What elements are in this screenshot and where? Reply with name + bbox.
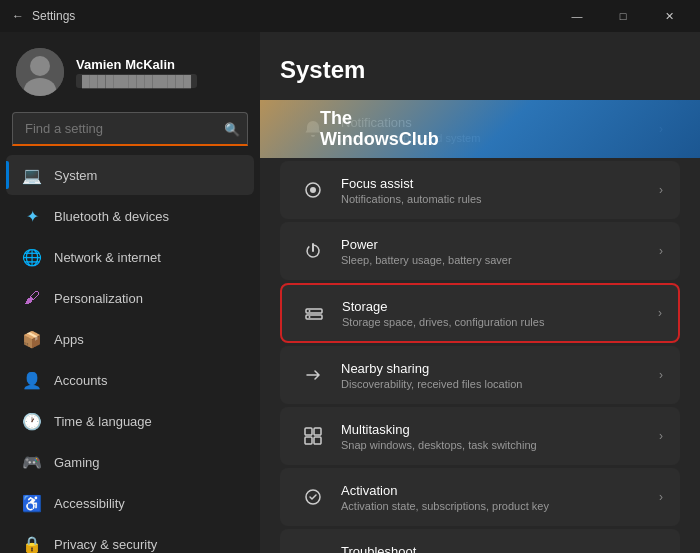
settings-row-power[interactable]: PowerSleep, battery usage, battery saver… (280, 222, 680, 280)
settings-row-focus-assist[interactable]: Focus assistNotifications, automatic rul… (280, 161, 680, 219)
content-area: System The WindowsClub NotificationsAler… (260, 32, 700, 553)
multitasking-text: MultitaskingSnap windows, desktops, task… (341, 422, 659, 451)
maximize-button[interactable]: □ (600, 0, 646, 32)
user-profile[interactable]: Vamien McKalin ██████████████ (0, 32, 260, 108)
title-bar-title: Settings (32, 9, 75, 23)
network-icon: 🌐 (22, 247, 42, 267)
settings-list: NotificationsAlerts from apps and system… (280, 100, 680, 553)
troubleshoot-icon (297, 542, 329, 553)
svg-rect-12 (314, 437, 321, 444)
search-box[interactable]: 🔍 (12, 112, 248, 146)
troubleshoot-title: Troubleshoot (341, 544, 659, 554)
minimize-button[interactable]: — (554, 0, 600, 32)
sidebar-item-label-accounts: Accounts (54, 373, 107, 388)
sidebar-item-system[interactable]: 💻System (6, 155, 254, 195)
sidebar-item-time[interactable]: 🕐Time & language (6, 401, 254, 441)
sidebar-item-label-system: System (54, 168, 97, 183)
activation-chevron-icon: › (659, 490, 663, 504)
svg-point-4 (310, 187, 316, 193)
settings-row-multitasking[interactable]: MultitaskingSnap windows, desktops, task… (280, 407, 680, 465)
user-info: Vamien McKalin ██████████████ (76, 57, 197, 88)
search-input[interactable] (12, 112, 248, 146)
accessibility-icon: ♿ (22, 493, 42, 513)
notifications-icon (297, 113, 329, 145)
settings-row-activation[interactable]: ActivationActivation state, subscription… (280, 468, 680, 526)
close-button[interactable]: ✕ (646, 0, 692, 32)
nearby-sharing-title: Nearby sharing (341, 361, 659, 376)
avatar (16, 48, 64, 96)
settings-row-notifications[interactable]: NotificationsAlerts from apps and system… (280, 100, 680, 158)
notifications-subtitle: Alerts from apps and system (341, 132, 659, 144)
nearby-sharing-text: Nearby sharingDiscoverability, received … (341, 361, 659, 390)
nearby-sharing-chevron-icon: › (659, 368, 663, 382)
storage-text: StorageStorage space, drives, configurat… (342, 299, 658, 328)
personalization-icon: 🖌 (22, 288, 42, 308)
sidebar-item-privacy[interactable]: 🔒Privacy & security (6, 524, 254, 553)
storage-subtitle: Storage space, drives, configuration rul… (342, 316, 658, 328)
activation-title: Activation (341, 483, 659, 498)
sidebar-item-label-time: Time & language (54, 414, 152, 429)
system-icon: 💻 (22, 165, 42, 185)
sidebar-item-accessibility[interactable]: ♿Accessibility (6, 483, 254, 523)
storage-title: Storage (342, 299, 658, 314)
power-text: PowerSleep, battery usage, battery saver (341, 237, 659, 266)
activation-text: ActivationActivation state, subscription… (341, 483, 659, 512)
sidebar-item-bluetooth[interactable]: ✦Bluetooth & devices (6, 196, 254, 236)
apps-icon: 📦 (22, 329, 42, 349)
sidebar-item-label-accessibility: Accessibility (54, 496, 125, 511)
multitasking-chevron-icon: › (659, 429, 663, 443)
title-bar-left: ← Settings (12, 9, 75, 23)
svg-rect-5 (306, 309, 322, 313)
svg-point-8 (309, 316, 311, 318)
storage-chevron-icon: › (658, 306, 662, 320)
sidebar-item-label-privacy: Privacy & security (54, 537, 157, 552)
sidebar-item-gaming[interactable]: 🎮Gaming (6, 442, 254, 482)
power-icon (297, 235, 329, 267)
multitasking-title: Multitasking (341, 422, 659, 437)
notifications-chevron-icon: › (659, 122, 663, 136)
focus-assist-icon (297, 174, 329, 206)
app-body: Vamien McKalin ██████████████ 🔍 💻System✦… (0, 32, 700, 553)
sidebar: Vamien McKalin ██████████████ 🔍 💻System✦… (0, 32, 260, 553)
page-title: System (280, 56, 680, 84)
activation-subtitle: Activation state, subscriptions, product… (341, 500, 659, 512)
user-name: Vamien McKalin (76, 57, 197, 72)
time-icon: 🕐 (22, 411, 42, 431)
focus-assist-subtitle: Notifications, automatic rules (341, 193, 659, 205)
power-subtitle: Sleep, battery usage, battery saver (341, 254, 659, 266)
nearby-sharing-subtitle: Discoverability, received files location (341, 378, 659, 390)
multitasking-icon (297, 420, 329, 452)
storage-icon (298, 297, 330, 329)
settings-row-troubleshoot[interactable]: TroubleshootRecommended troubleshooters,… (280, 529, 680, 553)
power-chevron-icon: › (659, 244, 663, 258)
sidebar-item-apps[interactable]: 📦Apps (6, 319, 254, 359)
focus-assist-chevron-icon: › (659, 183, 663, 197)
power-title: Power (341, 237, 659, 252)
svg-rect-6 (306, 315, 322, 319)
activation-icon (297, 481, 329, 513)
privacy-icon: 🔒 (22, 534, 42, 553)
multitasking-subtitle: Snap windows, desktops, task switching (341, 439, 659, 451)
sidebar-item-accounts[interactable]: 👤Accounts (6, 360, 254, 400)
focus-assist-title: Focus assist (341, 176, 659, 191)
accounts-icon: 👤 (22, 370, 42, 390)
sidebar-item-network[interactable]: 🌐Network & internet (6, 237, 254, 277)
settings-row-nearby-sharing[interactable]: Nearby sharingDiscoverability, received … (280, 346, 680, 404)
nav-list: 💻System✦Bluetooth & devices🌐Network & in… (0, 154, 260, 553)
focus-assist-text: Focus assistNotifications, automatic rul… (341, 176, 659, 205)
settings-row-storage[interactable]: StorageStorage space, drives, configurat… (280, 283, 680, 343)
notifications-text: NotificationsAlerts from apps and system (341, 115, 659, 144)
title-bar: ← Settings — □ ✕ (0, 0, 700, 32)
user-email: ██████████████ (76, 74, 197, 88)
search-icon: 🔍 (224, 122, 240, 137)
svg-rect-10 (314, 428, 321, 435)
title-bar-controls: — □ ✕ (554, 0, 692, 32)
sidebar-item-label-bluetooth: Bluetooth & devices (54, 209, 169, 224)
sidebar-item-label-network: Network & internet (54, 250, 161, 265)
svg-point-1 (30, 56, 50, 76)
sidebar-item-personalization[interactable]: 🖌Personalization (6, 278, 254, 318)
back-button[interactable]: ← (12, 9, 24, 23)
svg-rect-9 (305, 428, 312, 435)
nearby-sharing-icon (297, 359, 329, 391)
bluetooth-icon: ✦ (22, 206, 42, 226)
